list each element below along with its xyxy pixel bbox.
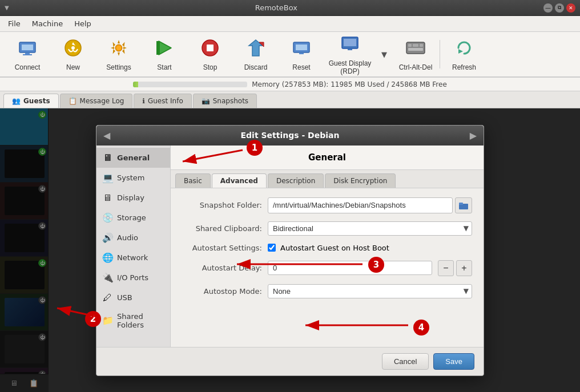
- svg-point-7: [116, 46, 121, 50]
- nav-audio-icon: 🔊: [102, 232, 112, 243]
- restore-button[interactable]: ⧉: [555, 3, 564, 13]
- settings-button[interactable]: Settings: [96, 34, 142, 75]
- new-button[interactable]: New: [50, 34, 96, 75]
- nav-io-ports[interactable]: 🔌 I/O Ports: [96, 268, 170, 288]
- cancel-button[interactable]: Cancel: [382, 353, 429, 370]
- dialog-sidebar: 🖥 General 💻 System 🖥 Display 💿 Storage: [96, 146, 171, 347]
- autostart-checkbox-label: Autostart Guest on Host Boot: [280, 244, 389, 252]
- close-button[interactable]: ✕: [566, 3, 575, 13]
- memory-status: Memory (257853 MB): 11985 MB Used / 2458…: [252, 80, 447, 88]
- shared-clipboard-select-wrap: Disabled Host to Guest Guest to Host Bid…: [268, 221, 472, 236]
- autostart-settings-row: Autostart Settings: Autostart Guest on H…: [182, 244, 472, 252]
- nav-network[interactable]: 🌐 Network: [96, 248, 170, 268]
- reset-label: Reset: [292, 63, 310, 71]
- stop-button[interactable]: Stop: [187, 34, 233, 75]
- nav-general-label: General: [117, 153, 150, 162]
- nav-audio[interactable]: 🔊 Audio: [96, 228, 170, 248]
- autostart-delay-label: Autostart Delay:: [182, 264, 262, 272]
- tab-snapshots[interactable]: 📷 Snapshots: [193, 94, 257, 108]
- edit-settings-dialog: ◀ Edit Settings - Debian ▶ 🖥 General 💻 S…: [96, 125, 484, 376]
- title-bar: ▼ RemoteBox — ⧉ ✕: [0, 0, 580, 16]
- delay-decrement-button[interactable]: −: [438, 260, 454, 276]
- snapshot-folder-input[interactable]: [268, 197, 453, 213]
- tab-basic[interactable]: Basic: [175, 173, 211, 188]
- main-area: ⏻ ⏻ ⏻ ⏻ ⏻ ⏻ ⏻ ⏻ 🖥: [0, 108, 580, 392]
- start-label: Start: [157, 63, 171, 71]
- minimize-button[interactable]: —: [543, 3, 553, 13]
- menu-file[interactable]: File: [2, 17, 26, 30]
- nav-display-icon: 🖥: [102, 192, 112, 203]
- window-title: RemoteBox: [9, 3, 543, 12]
- shared-clipboard-select[interactable]: Disabled Host to Guest Guest to Host Bid…: [268, 221, 472, 236]
- refresh-icon: [454, 38, 474, 61]
- dialog-content: General Basic Advanced Description Disk …: [171, 146, 484, 347]
- svg-marker-8: [159, 41, 171, 55]
- snapshot-folder-browse-button[interactable]: [455, 197, 472, 213]
- tab-message-log-icon: 📋: [69, 97, 77, 105]
- connect-label: Connect: [15, 63, 41, 71]
- toolbar-separator: [440, 40, 440, 68]
- nav-usb-icon: 🖊: [102, 292, 112, 303]
- svg-rect-27: [459, 203, 463, 205]
- discard-button[interactable]: Discard: [233, 34, 279, 75]
- autostop-mode-select-wrap: None Disabled Save the machine state Sen…: [268, 284, 472, 298]
- dialog-prev-button[interactable]: ◀: [103, 130, 110, 141]
- snapshot-folder-label: Snapshot Folder:: [182, 201, 262, 209]
- nav-network-icon: 🌐: [102, 252, 112, 263]
- nav-shared-folders-label: Shared Folders: [117, 312, 164, 329]
- menu-machine[interactable]: Machine: [26, 17, 69, 30]
- tab-message-log[interactable]: 📋 Message Log: [60, 94, 133, 108]
- nav-storage-label: Storage: [117, 213, 146, 222]
- autostart-checkbox[interactable]: [268, 244, 276, 252]
- tab-advanced[interactable]: Advanced: [212, 173, 267, 188]
- ctrl-alt-del-icon: [405, 38, 426, 61]
- refresh-button[interactable]: Refresh: [441, 34, 487, 75]
- snapshot-folder-input-group: [268, 197, 472, 213]
- start-button[interactable]: Start: [142, 34, 187, 75]
- tab-description[interactable]: Description: [268, 173, 324, 188]
- save-button[interactable]: Save: [433, 353, 474, 370]
- tab-guests[interactable]: 👥 Guests: [3, 94, 59, 108]
- stop-label: Stop: [203, 63, 218, 71]
- display-dropdown[interactable]: ▼: [376, 34, 393, 75]
- ctrl-alt-del-button[interactable]: Ctrl-Alt-Del: [393, 34, 438, 75]
- nav-general[interactable]: 🖥 General: [96, 148, 170, 168]
- nav-system-label: System: [117, 173, 144, 182]
- tab-disk-encryption[interactable]: Disk Encryption: [325, 173, 396, 188]
- autostop-mode-label: Autostop Mode:: [182, 287, 262, 296]
- reset-button[interactable]: Reset: [279, 34, 324, 75]
- nav-storage[interactable]: 💿 Storage: [96, 208, 170, 228]
- nav-usb[interactable]: 🖊 USB: [96, 288, 170, 308]
- memory-progress-fill: [133, 82, 138, 87]
- svg-rect-3: [23, 54, 32, 55]
- dialog-title: Edit Settings - Debian: [241, 131, 340, 140]
- guest-display-button[interactable]: Guest Display (RDP): [324, 34, 376, 75]
- guest-display-icon: [340, 34, 360, 57]
- autostart-delay-controls: − +: [268, 260, 472, 276]
- nav-display[interactable]: 🖥 Display: [96, 188, 170, 208]
- toolbar: Connect New Settings Start Stop Discard: [0, 32, 580, 78]
- autostart-checkbox-row: Autostart Guest on Host Boot: [268, 244, 389, 252]
- connect-button[interactable]: Connect: [5, 34, 50, 75]
- shared-clipboard-label: Shared Clipboard:: [182, 224, 262, 233]
- settings-label: Settings: [106, 63, 131, 71]
- svg-marker-9: [156, 41, 160, 55]
- delay-increment-button[interactable]: +: [456, 260, 472, 276]
- autostart-delay-input[interactable]: [268, 261, 432, 275]
- guest-display-label: Guest Display (RDP): [324, 59, 376, 75]
- tab-message-log-label: Message Log: [80, 97, 124, 105]
- nav-shared-folders[interactable]: 📁 Shared Folders: [96, 308, 170, 334]
- content-title: General: [171, 146, 484, 170]
- autostop-mode-select[interactable]: None Disabled Save the machine state Sen…: [268, 284, 472, 298]
- dialog-overlay: ◀ Edit Settings - Debian ▶ 🖥 General 💻 S…: [0, 108, 580, 392]
- nav-system[interactable]: 💻 System: [96, 168, 170, 188]
- svg-rect-2: [25, 52, 30, 54]
- status-bar: Memory (257853 MB): 11985 MB Used / 2458…: [0, 78, 580, 91]
- svg-rect-16: [299, 52, 304, 54]
- menu-help[interactable]: Help: [69, 17, 97, 30]
- tab-guest-info[interactable]: ℹ Guest Info: [134, 94, 191, 108]
- nav-io-ports-icon: 🔌: [102, 272, 112, 283]
- menu-bar: File Machine Help: [0, 16, 580, 32]
- dialog-next-button[interactable]: ▶: [470, 130, 477, 141]
- tab-bar: 👥 Guests 📋 Message Log ℹ Guest Info 📷 Sn…: [0, 91, 580, 108]
